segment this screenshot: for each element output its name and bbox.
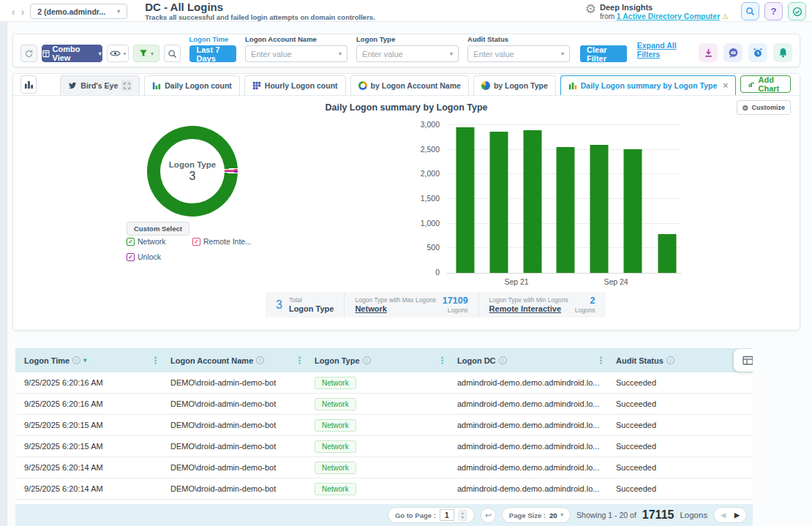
info-icon[interactable]: i — [666, 356, 674, 364]
legend-label: Network — [138, 237, 166, 246]
filter-funnel-icon — [139, 49, 148, 58]
tenant-selector[interactable]: 2 (demo.admindr... ▾ — [30, 4, 127, 19]
chevron-down-icon: ▾ — [561, 512, 564, 518]
legend-item[interactable]: ✓ Network — [127, 237, 166, 246]
logon-type-badge[interactable]: Network — [315, 377, 356, 389]
stat-min-label: Logon Type with Min Logons — [489, 296, 568, 304]
column-header-logon-account-name[interactable]: Logon Account Name i ⋮ — [162, 348, 306, 372]
legend-checkbox[interactable]: ✓ — [127, 238, 135, 246]
table-row[interactable]: 9/25/2025 6:20:14 AMDEMO\droid-admin-dem… — [15, 457, 753, 478]
chevron-down-icon: ▾ — [124, 50, 127, 57]
page-size-select[interactable]: Page Size : 20 ▾ — [502, 507, 571, 523]
info-icon[interactable]: i — [72, 356, 80, 364]
logon-time-filter-value[interactable]: Last 7 Days — [189, 45, 237, 62]
add-chart-button[interactable]: Add Chart — [740, 75, 791, 93]
column-header-audit-status[interactable]: Audit Status i ⋮ — [607, 348, 753, 372]
table-row[interactable]: 9/25/2025 6:20:16 AMDEMO\droid-admin-dem… — [15, 372, 753, 394]
logon-type-filter-select[interactable]: Enter value ▾ — [356, 45, 459, 62]
logon-type-badge[interactable]: Network — [315, 483, 356, 495]
bar[interactable] — [524, 130, 542, 273]
y-tick-label: 1,500 — [421, 194, 440, 203]
chart-list-button[interactable] — [20, 75, 37, 94]
expand-icon[interactable] — [121, 80, 132, 91]
page-number-input[interactable]: 1 — [440, 509, 454, 521]
table-row[interactable]: 9/25/2025 6:20:15 AMDEMO\droid-admin-dem… — [15, 415, 753, 436]
alerts-bell-button[interactable] — [773, 43, 792, 62]
bar[interactable] — [456, 127, 474, 273]
bar[interactable] — [624, 149, 642, 273]
sort-descending-icon[interactable]: ▾ — [83, 357, 86, 364]
customize-button[interactable]: ⚙ Customize — [737, 100, 791, 115]
tab-by-logon-type[interactable]: by Logon Type — [473, 75, 556, 95]
schedule-alarm-button[interactable] — [748, 43, 767, 62]
column-menu-icon[interactable]: ⋮ — [438, 356, 446, 365]
column-settings-button[interactable]: ⚙ — [734, 349, 753, 372]
refresh-button[interactable] — [20, 45, 37, 62]
legend-item[interactable]: ✓ Unlock — [127, 252, 161, 261]
tab-birds-eye[interactable]: Bird's Eye — [60, 75, 140, 95]
donut-chart[interactable]: Logon Type 3 — [147, 126, 238, 217]
legend-checkbox[interactable]: ✓ — [127, 253, 135, 261]
logon-time-filter-label: Logon Time — [189, 35, 237, 43]
stat-max-name[interactable]: Network — [355, 304, 435, 313]
stat-min-name[interactable]: Remote Interactive — [489, 304, 568, 313]
cell-audit-status: Succeeded — [607, 378, 753, 387]
tab-by-logon-account-name[interactable]: by Logon Account Name — [350, 75, 469, 95]
gridline — [447, 124, 681, 125]
column-header-logon-type[interactable]: Logon Type i ⋮ — [306, 348, 448, 372]
global-search-button[interactable] — [741, 2, 759, 20]
download-button[interactable] — [699, 43, 718, 62]
bar[interactable] — [590, 145, 609, 273]
placeholder-text: Enter value — [251, 50, 292, 59]
logon-type-badge[interactable]: Network — [315, 462, 356, 474]
info-icon[interactable]: i — [499, 356, 507, 364]
feedback-chat-button[interactable] — [723, 43, 743, 62]
stat-min-logons: Logon Type with Min Logons Remote Intera… — [478, 292, 606, 318]
filter-dropdown[interactable]: ▾ — [133, 45, 159, 62]
bar[interactable] — [658, 234, 677, 273]
go-to-page-submit-button[interactable]: ↩ — [481, 508, 496, 523]
table-search-button[interactable] — [164, 45, 181, 62]
bar[interactable] — [556, 147, 574, 273]
column-menu-icon[interactable]: ⋮ — [597, 356, 605, 365]
tab-daily-logon-count[interactable]: Daily Logon count — [144, 75, 240, 95]
page-stepper[interactable]: ▴▾ — [458, 509, 467, 522]
close-tab-icon[interactable]: × — [723, 80, 728, 91]
column-visibility-dropdown[interactable]: ▾ — [107, 45, 129, 62]
table-row[interactable]: 9/25/2025 6:20:16 AMDEMO\droid-admin-dem… — [15, 394, 753, 415]
info-icon[interactable]: i — [256, 356, 264, 364]
column-header-logon-dc[interactable]: Logon DC i ⋮ — [448, 348, 607, 372]
logon-account-name-filter-select[interactable]: Enter value ▾ — [245, 45, 347, 62]
column-header-logon-time[interactable]: Logon Time i ▾ ⋮ — [15, 348, 162, 372]
active-directory-computer-link[interactable]: 1 Active Directory Computer — [617, 12, 720, 20]
expand-all-filters-link[interactable]: Expand All Filters — [637, 41, 688, 59]
nav-back-chevron-icon[interactable]: ‹ — [9, 6, 18, 18]
previous-page-icon[interactable]: ◀ — [721, 511, 726, 519]
status-check-button[interactable] — [788, 2, 806, 20]
column-menu-icon[interactable]: ⋮ — [151, 356, 159, 365]
step-down-icon[interactable]: ▾ — [462, 515, 464, 519]
logon-type-badge[interactable]: Network — [315, 419, 356, 432]
legend-checkbox[interactable]: ✓ — [192, 238, 200, 246]
tab-daily-logon-summary-by-logon-type[interactable]: Daily Logon summary by Logon Type × — [560, 75, 737, 95]
help-button[interactable]: ? — [764, 2, 783, 20]
bar[interactable] — [490, 132, 508, 273]
y-tick-label: 2,500 — [421, 145, 440, 154]
custom-select-button[interactable]: Custom Select — [127, 222, 189, 236]
bell-icon — [778, 48, 788, 58]
combo-view-icon — [42, 50, 50, 58]
table-row[interactable]: 9/25/2025 6:20:15 AMDEMO\droid-admin-dem… — [15, 436, 753, 457]
table-row[interactable]: 9/25/2025 6:20:14 AMDEMO\droid-admin-dem… — [15, 478, 753, 500]
legend-item[interactable]: ✓ Remote Inte... — [192, 237, 252, 246]
refresh-icon — [24, 49, 34, 59]
logon-type-badge[interactable]: Network — [315, 398, 356, 410]
column-menu-icon[interactable]: ⋮ — [296, 356, 304, 365]
logon-type-badge[interactable]: Network — [315, 440, 356, 453]
audit-status-filter-select[interactable]: Enter value ▾ — [467, 45, 570, 62]
info-icon[interactable]: i — [363, 356, 371, 364]
combo-view-dropdown[interactable]: Combo View ▾ — [42, 45, 102, 62]
tab-hourly-logon-count[interactable]: Hourly Logon count — [244, 75, 346, 95]
clear-filter-button[interactable]: Clear Filter — [580, 45, 627, 62]
next-page-icon[interactable]: ▶ — [734, 511, 740, 519]
nav-forward-chevron-icon[interactable]: › — [18, 6, 28, 18]
